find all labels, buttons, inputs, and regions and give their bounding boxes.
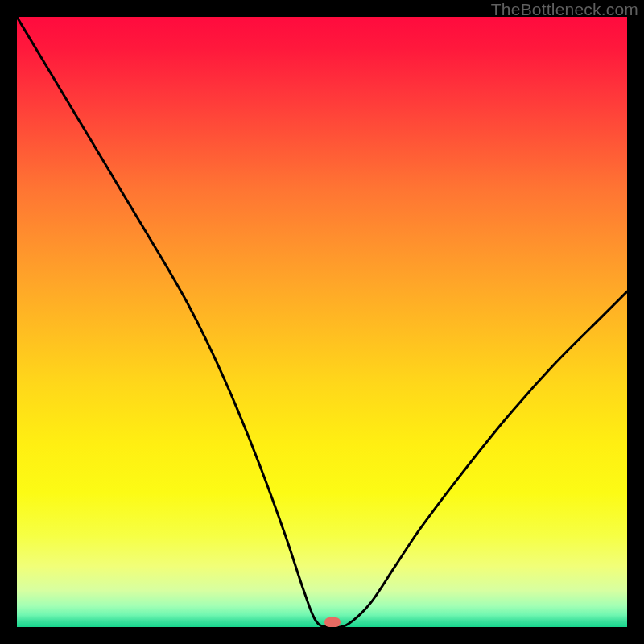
bottleneck-curve — [17, 17, 627, 627]
optimal-point-marker — [324, 617, 341, 627]
watermark-text: TheBottleneck.com — [491, 0, 638, 19]
plot-area — [17, 17, 627, 627]
chart-frame: TheBottleneck.com — [0, 0, 644, 644]
